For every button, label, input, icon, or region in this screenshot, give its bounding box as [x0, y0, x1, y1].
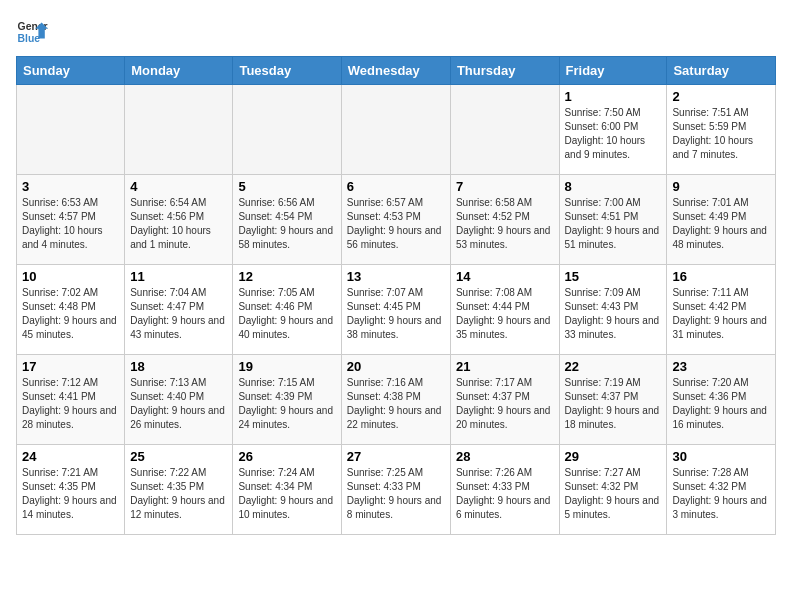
- day-cell: 18Sunrise: 7:13 AM Sunset: 4:40 PM Dayli…: [125, 355, 233, 445]
- day-number: 14: [456, 269, 554, 284]
- day-info: Sunrise: 7:24 AM Sunset: 4:34 PM Dayligh…: [238, 466, 335, 522]
- day-info: Sunrise: 7:11 AM Sunset: 4:42 PM Dayligh…: [672, 286, 770, 342]
- day-cell: 27Sunrise: 7:25 AM Sunset: 4:33 PM Dayli…: [341, 445, 450, 535]
- day-info: Sunrise: 6:53 AM Sunset: 4:57 PM Dayligh…: [22, 196, 119, 252]
- day-info: Sunrise: 7:08 AM Sunset: 4:44 PM Dayligh…: [456, 286, 554, 342]
- day-number: 21: [456, 359, 554, 374]
- day-cell: 14Sunrise: 7:08 AM Sunset: 4:44 PM Dayli…: [450, 265, 559, 355]
- day-info: Sunrise: 7:25 AM Sunset: 4:33 PM Dayligh…: [347, 466, 445, 522]
- day-info: Sunrise: 7:27 AM Sunset: 4:32 PM Dayligh…: [565, 466, 662, 522]
- day-cell: 5Sunrise: 6:56 AM Sunset: 4:54 PM Daylig…: [233, 175, 341, 265]
- logo: General Blue: [16, 16, 48, 48]
- day-number: 6: [347, 179, 445, 194]
- week-row-2: 3Sunrise: 6:53 AM Sunset: 4:57 PM Daylig…: [17, 175, 776, 265]
- day-cell: [17, 85, 125, 175]
- day-info: Sunrise: 7:15 AM Sunset: 4:39 PM Dayligh…: [238, 376, 335, 432]
- day-number: 24: [22, 449, 119, 464]
- day-info: Sunrise: 7:12 AM Sunset: 4:41 PM Dayligh…: [22, 376, 119, 432]
- day-info: Sunrise: 7:05 AM Sunset: 4:46 PM Dayligh…: [238, 286, 335, 342]
- logo-icon: General Blue: [16, 16, 48, 48]
- day-info: Sunrise: 7:09 AM Sunset: 4:43 PM Dayligh…: [565, 286, 662, 342]
- day-info: Sunrise: 7:13 AM Sunset: 4:40 PM Dayligh…: [130, 376, 227, 432]
- day-cell: 25Sunrise: 7:22 AM Sunset: 4:35 PM Dayli…: [125, 445, 233, 535]
- day-info: Sunrise: 7:28 AM Sunset: 4:32 PM Dayligh…: [672, 466, 770, 522]
- day-cell: 6Sunrise: 6:57 AM Sunset: 4:53 PM Daylig…: [341, 175, 450, 265]
- calendar-body: 1Sunrise: 7:50 AM Sunset: 6:00 PM Daylig…: [17, 85, 776, 535]
- weekday-saturday: Saturday: [667, 57, 776, 85]
- day-number: 18: [130, 359, 227, 374]
- day-number: 23: [672, 359, 770, 374]
- weekday-friday: Friday: [559, 57, 667, 85]
- day-cell: 10Sunrise: 7:02 AM Sunset: 4:48 PM Dayli…: [17, 265, 125, 355]
- day-number: 25: [130, 449, 227, 464]
- day-number: 13: [347, 269, 445, 284]
- day-info: Sunrise: 7:50 AM Sunset: 6:00 PM Dayligh…: [565, 106, 662, 162]
- page-header: General Blue: [16, 16, 776, 48]
- day-cell: 2Sunrise: 7:51 AM Sunset: 5:59 PM Daylig…: [667, 85, 776, 175]
- day-cell: 29Sunrise: 7:27 AM Sunset: 4:32 PM Dayli…: [559, 445, 667, 535]
- day-cell: 22Sunrise: 7:19 AM Sunset: 4:37 PM Dayli…: [559, 355, 667, 445]
- day-cell: [341, 85, 450, 175]
- day-number: 1: [565, 89, 662, 104]
- day-cell: 7Sunrise: 6:58 AM Sunset: 4:52 PM Daylig…: [450, 175, 559, 265]
- day-cell: 20Sunrise: 7:16 AM Sunset: 4:38 PM Dayli…: [341, 355, 450, 445]
- day-cell: 12Sunrise: 7:05 AM Sunset: 4:46 PM Dayli…: [233, 265, 341, 355]
- day-cell: [450, 85, 559, 175]
- day-info: Sunrise: 6:57 AM Sunset: 4:53 PM Dayligh…: [347, 196, 445, 252]
- day-number: 10: [22, 269, 119, 284]
- day-cell: 19Sunrise: 7:15 AM Sunset: 4:39 PM Dayli…: [233, 355, 341, 445]
- day-number: 8: [565, 179, 662, 194]
- day-cell: 24Sunrise: 7:21 AM Sunset: 4:35 PM Dayli…: [17, 445, 125, 535]
- weekday-thursday: Thursday: [450, 57, 559, 85]
- day-info: Sunrise: 6:58 AM Sunset: 4:52 PM Dayligh…: [456, 196, 554, 252]
- calendar-table: SundayMondayTuesdayWednesdayThursdayFrid…: [16, 56, 776, 535]
- day-info: Sunrise: 7:19 AM Sunset: 4:37 PM Dayligh…: [565, 376, 662, 432]
- weekday-tuesday: Tuesday: [233, 57, 341, 85]
- day-cell: 1Sunrise: 7:50 AM Sunset: 6:00 PM Daylig…: [559, 85, 667, 175]
- weekday-sunday: Sunday: [17, 57, 125, 85]
- day-cell: 16Sunrise: 7:11 AM Sunset: 4:42 PM Dayli…: [667, 265, 776, 355]
- day-cell: [125, 85, 233, 175]
- day-number: 19: [238, 359, 335, 374]
- day-cell: 26Sunrise: 7:24 AM Sunset: 4:34 PM Dayli…: [233, 445, 341, 535]
- day-cell: 17Sunrise: 7:12 AM Sunset: 4:41 PM Dayli…: [17, 355, 125, 445]
- day-info: Sunrise: 7:02 AM Sunset: 4:48 PM Dayligh…: [22, 286, 119, 342]
- day-number: 2: [672, 89, 770, 104]
- day-number: 17: [22, 359, 119, 374]
- day-info: Sunrise: 6:56 AM Sunset: 4:54 PM Dayligh…: [238, 196, 335, 252]
- day-number: 27: [347, 449, 445, 464]
- day-cell: 3Sunrise: 6:53 AM Sunset: 4:57 PM Daylig…: [17, 175, 125, 265]
- weekday-wednesday: Wednesday: [341, 57, 450, 85]
- day-info: Sunrise: 7:04 AM Sunset: 4:47 PM Dayligh…: [130, 286, 227, 342]
- weekday-monday: Monday: [125, 57, 233, 85]
- weekday-header-row: SundayMondayTuesdayWednesdayThursdayFrid…: [17, 57, 776, 85]
- day-number: 9: [672, 179, 770, 194]
- day-number: 26: [238, 449, 335, 464]
- day-cell: 9Sunrise: 7:01 AM Sunset: 4:49 PM Daylig…: [667, 175, 776, 265]
- day-cell: 15Sunrise: 7:09 AM Sunset: 4:43 PM Dayli…: [559, 265, 667, 355]
- day-info: Sunrise: 7:21 AM Sunset: 4:35 PM Dayligh…: [22, 466, 119, 522]
- day-info: Sunrise: 7:51 AM Sunset: 5:59 PM Dayligh…: [672, 106, 770, 162]
- day-number: 20: [347, 359, 445, 374]
- day-cell: 28Sunrise: 7:26 AM Sunset: 4:33 PM Dayli…: [450, 445, 559, 535]
- day-info: Sunrise: 6:54 AM Sunset: 4:56 PM Dayligh…: [130, 196, 227, 252]
- day-info: Sunrise: 7:07 AM Sunset: 4:45 PM Dayligh…: [347, 286, 445, 342]
- day-number: 28: [456, 449, 554, 464]
- day-number: 29: [565, 449, 662, 464]
- day-info: Sunrise: 7:00 AM Sunset: 4:51 PM Dayligh…: [565, 196, 662, 252]
- day-cell: 30Sunrise: 7:28 AM Sunset: 4:32 PM Dayli…: [667, 445, 776, 535]
- day-number: 4: [130, 179, 227, 194]
- day-cell: 8Sunrise: 7:00 AM Sunset: 4:51 PM Daylig…: [559, 175, 667, 265]
- day-info: Sunrise: 7:16 AM Sunset: 4:38 PM Dayligh…: [347, 376, 445, 432]
- day-info: Sunrise: 7:22 AM Sunset: 4:35 PM Dayligh…: [130, 466, 227, 522]
- week-row-1: 1Sunrise: 7:50 AM Sunset: 6:00 PM Daylig…: [17, 85, 776, 175]
- day-number: 3: [22, 179, 119, 194]
- day-info: Sunrise: 7:01 AM Sunset: 4:49 PM Dayligh…: [672, 196, 770, 252]
- day-number: 16: [672, 269, 770, 284]
- day-cell: 4Sunrise: 6:54 AM Sunset: 4:56 PM Daylig…: [125, 175, 233, 265]
- day-number: 5: [238, 179, 335, 194]
- day-number: 15: [565, 269, 662, 284]
- day-number: 12: [238, 269, 335, 284]
- week-row-5: 24Sunrise: 7:21 AM Sunset: 4:35 PM Dayli…: [17, 445, 776, 535]
- week-row-4: 17Sunrise: 7:12 AM Sunset: 4:41 PM Dayli…: [17, 355, 776, 445]
